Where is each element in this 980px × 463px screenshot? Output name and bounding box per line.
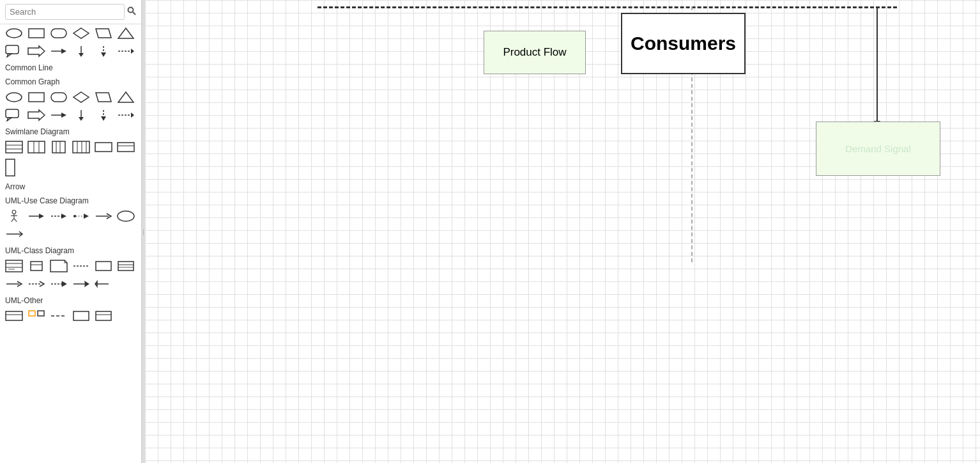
svg-rect-90: [29, 311, 35, 316]
shape-class-labeled[interactable]: [116, 258, 136, 274]
shape-uml-line-arrow[interactable]: [93, 208, 114, 224]
svg-marker-23: [96, 93, 111, 102]
shape-swimlane-v[interactable]: [26, 139, 47, 155]
uml-class-shapes-2: [0, 275, 141, 293]
svg-marker-18: [131, 49, 134, 54]
uml-other-shapes: [0, 307, 141, 325]
shape-class-arrow3[interactable]: [49, 276, 69, 292]
shape-arrow-down[interactable]: [71, 43, 91, 59]
arrow-down-line: [877, 6, 878, 122]
dashed-top-line: [318, 6, 897, 8]
shape-class-rect[interactable]: [93, 258, 114, 274]
swimlane-shapes: [0, 138, 141, 156]
svg-rect-91: [38, 311, 44, 316]
shape-class-note[interactable]: [49, 258, 69, 274]
shape-other2[interactable]: [26, 308, 47, 324]
shape-other5[interactable]: [93, 308, 114, 324]
shape-other4[interactable]: [71, 308, 91, 324]
shape-diamond2[interactable]: [71, 90, 91, 105]
shape-uml-dashed-arrow[interactable]: [49, 208, 69, 224]
shape-ellipse2[interactable]: [4, 90, 24, 105]
shape-uml-arrow[interactable]: [26, 208, 47, 224]
shape-rounded2[interactable]: [49, 90, 69, 105]
shape-class-small[interactable]: [26, 258, 47, 274]
svg-rect-68: [6, 260, 22, 272]
node-product-flow[interactable]: Product Flow: [484, 31, 586, 74]
shape-swimlane-h[interactable]: [4, 139, 24, 155]
shape-arrow-down2[interactable]: [71, 107, 91, 123]
shape-class-arrow5[interactable]: [93, 276, 114, 292]
node-demand-signal[interactable]: Demand Signal: [816, 122, 940, 176]
svg-rect-50: [118, 143, 134, 152]
node-consumers[interactable]: Consumers: [621, 13, 746, 74]
svg-rect-72: [31, 262, 42, 271]
svg-rect-76: [96, 262, 111, 271]
sidebar: Common Line Common Graph: [0, 0, 142, 463]
shape-diamond[interactable]: [71, 26, 91, 41]
svg-marker-16: [101, 52, 106, 57]
section-uml-class: UML-Class Diagram: [0, 243, 141, 257]
svg-rect-52: [6, 159, 15, 176]
svg-rect-93: [73, 311, 89, 320]
shape-other3[interactable]: [49, 308, 69, 324]
shape-rounded-rect[interactable]: [49, 26, 69, 41]
section-common-graph: Common Graph: [0, 74, 141, 88]
shape-swimlane-triple[interactable]: [71, 139, 91, 155]
shape-class-dashed[interactable]: [71, 258, 91, 274]
shape-dashed-line[interactable]: [116, 43, 136, 59]
section-common-line: Common Line: [0, 60, 141, 74]
svg-rect-36: [6, 141, 22, 153]
swimlane-shapes-2: [0, 156, 141, 179]
section-uml-other: UML-Other: [0, 293, 141, 307]
shape-arrow-line2[interactable]: [49, 107, 69, 123]
shape-uml-dot-arrow[interactable]: [71, 208, 91, 224]
shape-class-arrow2[interactable]: [26, 276, 47, 292]
shape-class-box[interactable]: [4, 258, 24, 274]
svg-marker-12: [61, 49, 66, 54]
shape-parallelogram[interactable]: [93, 26, 114, 41]
svg-point-2: [6, 29, 22, 38]
common-graph-shapes-2: [0, 106, 141, 124]
demand-signal-label: Demand Signal: [845, 143, 911, 154]
shape-tall-box[interactable]: [4, 157, 17, 178]
shape-actor[interactable]: [4, 208, 24, 224]
canvas-area[interactable]: Product Flow Consumers Demand Signal: [145, 0, 980, 463]
shape-speech-bubble[interactable]: [4, 43, 24, 59]
shape-other1[interactable]: [4, 308, 24, 324]
section-swimlane: Swimlane Diagram: [0, 124, 141, 138]
section-arrow: Arrow: [0, 179, 141, 193]
shape-rectangle[interactable]: [26, 26, 47, 41]
svg-line-1: [133, 12, 135, 15]
shape-ellipse[interactable]: [4, 26, 24, 41]
shape-plain-line[interactable]: [4, 226, 24, 242]
shape-swimlane-wide[interactable]: [93, 139, 114, 155]
shape-dashed-down2[interactable]: [93, 107, 114, 123]
shape-use-case-oval[interactable]: [116, 208, 136, 224]
shape-parallelogram2[interactable]: [93, 90, 114, 105]
svg-point-0: [128, 8, 134, 13]
shape-bubble2[interactable]: [4, 107, 24, 123]
shape-triangle2[interactable]: [116, 90, 136, 105]
svg-point-19: [6, 93, 22, 102]
shape-class-arrow1[interactable]: [4, 276, 24, 292]
shape-dashed-arrow-down[interactable]: [93, 43, 114, 59]
shape-swimlane-narrow[interactable]: [49, 139, 69, 155]
search-input[interactable]: [5, 4, 125, 20]
shape-triangle[interactable]: [116, 26, 136, 41]
uml-use-case-shapes-2: [0, 225, 141, 243]
svg-rect-42: [52, 141, 65, 153]
shape-arrow-right[interactable]: [49, 43, 69, 59]
svg-marker-31: [79, 117, 84, 121]
svg-rect-3: [29, 29, 44, 38]
shape-arrow-right-filled[interactable]: [26, 43, 47, 59]
svg-marker-24: [118, 92, 134, 102]
svg-marker-9: [7, 54, 11, 57]
search-button[interactable]: [127, 6, 136, 17]
shape-swimlane-label[interactable]: [116, 139, 136, 155]
svg-marker-29: [61, 113, 66, 118]
shape-dashed2[interactable]: [116, 107, 136, 123]
shape-rect2[interactable]: [26, 90, 47, 105]
shape-arrow-filled2[interactable]: [26, 107, 47, 123]
shape-class-arrow4[interactable]: [71, 276, 91, 292]
svg-rect-8: [6, 45, 19, 54]
